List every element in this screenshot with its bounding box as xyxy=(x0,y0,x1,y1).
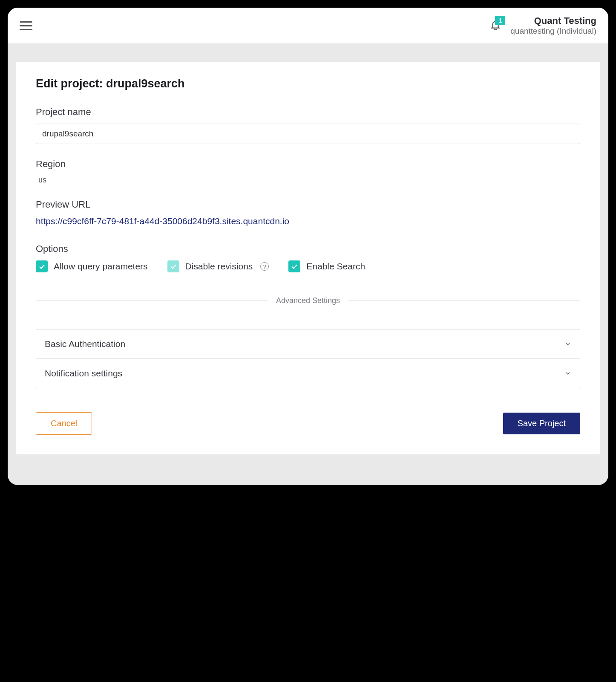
option-enable-search[interactable]: Enable Search xyxy=(288,260,365,272)
checkbox-icon xyxy=(36,260,48,272)
option-allow-query-parameters[interactable]: Allow query parameters xyxy=(36,260,148,272)
edit-project-card: Edit project: drupal9search Project name… xyxy=(16,62,600,454)
project-name-input[interactable] xyxy=(36,124,580,144)
help-icon[interactable]: ? xyxy=(260,262,269,271)
advanced-settings-divider: Advanced Settings xyxy=(36,296,580,305)
accordion-label: Basic Authentication xyxy=(45,339,125,349)
preview-url-label: Preview URL xyxy=(36,199,580,210)
checkbox-icon xyxy=(167,260,179,272)
accordion-basic-authentication[interactable]: Basic Authentication xyxy=(36,329,580,358)
app-window: 1 Quant Testing quanttesting (Individual… xyxy=(8,8,608,485)
chevron-down-icon xyxy=(564,341,571,347)
checkbox-icon xyxy=(288,260,300,272)
topbar-right: 1 Quant Testing quanttesting (Individual… xyxy=(490,15,596,36)
page-title: Edit project: drupal9search xyxy=(36,77,580,90)
option-disable-revisions[interactable]: Disable revisions ? xyxy=(167,260,269,272)
form-actions: Cancel Save Project xyxy=(36,412,580,435)
region-value: us xyxy=(36,176,580,185)
option-label: Allow query parameters xyxy=(54,261,148,272)
account-subtitle: quanttesting (Individual) xyxy=(510,26,596,36)
accordion-label: Notification settings xyxy=(45,368,122,379)
cancel-button[interactable]: Cancel xyxy=(36,412,92,435)
region-label: Region xyxy=(36,159,580,170)
notifications-button[interactable]: 1 xyxy=(490,19,501,32)
menu-button[interactable] xyxy=(20,19,32,33)
content-area: Edit project: drupal9search Project name… xyxy=(8,44,608,472)
account-menu[interactable]: Quant Testing quanttesting (Individual) xyxy=(510,15,596,36)
advanced-settings-label: Advanced Settings xyxy=(276,296,340,305)
account-name: Quant Testing xyxy=(510,15,596,26)
preview-url-link[interactable]: https://c99cf6ff-7c79-481f-a44d-35006d24… xyxy=(36,216,289,226)
save-project-button[interactable]: Save Project xyxy=(503,413,580,434)
advanced-accordion: Basic Authentication Notification settin… xyxy=(36,329,580,388)
option-label: Disable revisions xyxy=(185,261,253,272)
accordion-notification-settings[interactable]: Notification settings xyxy=(36,358,580,388)
option-label: Enable Search xyxy=(306,261,365,272)
chevron-down-icon xyxy=(564,370,571,377)
options-row: Allow query parameters Disable revisions… xyxy=(36,260,580,272)
options-label: Options xyxy=(36,243,580,254)
project-name-label: Project name xyxy=(36,107,580,118)
topbar: 1 Quant Testing quanttesting (Individual… xyxy=(8,8,608,44)
notification-badge: 1 xyxy=(495,16,505,25)
